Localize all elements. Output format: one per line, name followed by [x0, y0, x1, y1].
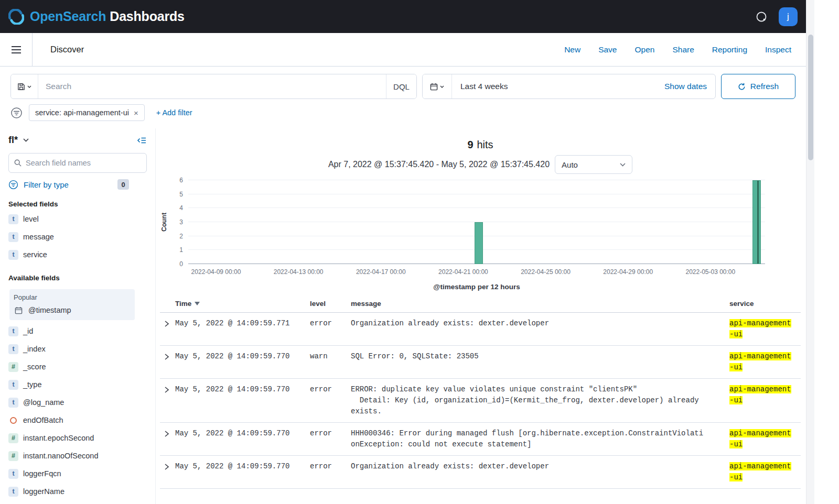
hits-label: hits	[477, 139, 493, 150]
y-tick-label: 2	[179, 233, 183, 240]
cell-level: error	[310, 461, 351, 472]
column-header-service[interactable]: service	[719, 300, 799, 308]
expand-row-icon[interactable]	[160, 428, 174, 437]
cell-level: error	[310, 428, 351, 439]
string-token-icon: t	[8, 380, 18, 390]
field-item-message[interactable]: t message	[8, 228, 147, 246]
cell-service: api-management -ui	[719, 318, 799, 340]
remove-filter-icon[interactable]: ×	[134, 109, 138, 117]
field-item-logger-fqcn[interactable]: t loggerFqcn	[8, 465, 147, 483]
chart-time-range: Apr 7, 2022 @ 15:37:45.420 - May 5, 2022…	[328, 160, 550, 169]
opensearch-dashboards-app: OpenSearchDashboards j Discover New Sa	[0, 0, 806, 504]
quick-select-menu-button[interactable]	[423, 74, 452, 98]
filter-type-count-badge: 0	[117, 179, 129, 190]
save-button[interactable]: Save	[598, 45, 617, 54]
time-range-end-marker	[757, 181, 759, 264]
cell-time: May 5, 2022 @ 14:09:59.771	[174, 318, 310, 329]
cell-level: error	[310, 384, 351, 395]
menu-hamburger-icon[interactable]	[0, 33, 33, 66]
string-token-icon: t	[8, 326, 18, 336]
refresh-button[interactable]: Refresh	[721, 74, 795, 99]
string-token-icon: t	[8, 344, 18, 354]
x-tick-label: 2022-04-21 00:00	[438, 268, 488, 276]
new-button[interactable]: New	[564, 45, 580, 54]
gridline	[188, 180, 765, 180]
user-avatar[interactable]: j	[779, 7, 798, 26]
field-item-index[interactable]: t _index	[8, 340, 147, 358]
expand-row-icon[interactable]	[160, 351, 174, 360]
share-button[interactable]: Share	[672, 45, 694, 54]
field-item-logger-name[interactable]: t loggerName	[8, 483, 147, 500]
table-row: May 5, 2022 @ 14:09:59.771 error Organiz…	[160, 313, 801, 346]
help-icon[interactable]	[755, 10, 768, 24]
filter-by-type-button[interactable]: Filter by type 0	[8, 179, 147, 190]
cell-time: May 5, 2022 @ 14:09:59.770	[174, 428, 310, 439]
field-item-instant-epoch-second[interactable]: # instant.epochSecond	[8, 429, 147, 447]
cell-service: api-management -ui	[719, 461, 799, 483]
search-input[interactable]	[38, 74, 386, 98]
page-scrollbar	[806, 0, 814, 504]
hits-count: 9	[467, 139, 473, 150]
interval-select[interactable]: Auto	[555, 155, 632, 174]
top-header-bar: OpenSearchDashboards j	[0, 0, 806, 33]
field-item-end-of-batch[interactable]: endOfBatch	[8, 411, 147, 429]
opensearch-home-link[interactable]: OpenSearchDashboards	[8, 9, 185, 25]
cell-level: warn	[310, 351, 351, 362]
top-nav-actions: New Save Open Share Reporting Inspect	[564, 45, 806, 54]
gridline	[188, 207, 765, 208]
field-item-type[interactable]: t _type	[8, 376, 147, 393]
expand-row-icon[interactable]	[160, 461, 174, 470]
column-header-time[interactable]: Time	[174, 300, 310, 308]
chevron-down-icon	[23, 138, 29, 142]
column-header-message[interactable]: message	[351, 300, 719, 308]
saved-query-menu-button[interactable]	[11, 74, 38, 98]
x-axis-labels: 2022-04-09 00:002022-04-13 00:002022-04-…	[188, 268, 765, 279]
popular-heading: Popular	[14, 293, 132, 301]
reporting-button[interactable]: Reporting	[712, 45, 747, 54]
expand-row-icon[interactable]	[160, 318, 174, 327]
time-range-quick-label[interactable]: Last 4 weeks	[452, 74, 516, 98]
add-filter-button[interactable]: + Add filter	[156, 108, 192, 117]
field-item-level[interactable]: t level	[8, 210, 147, 228]
field-item-instant-nano-of-second[interactable]: # instant.nanoOfSecond	[8, 447, 147, 465]
inspect-button[interactable]: Inspect	[765, 45, 791, 54]
selected-fields-heading: Selected fields	[8, 200, 147, 208]
filter-pill-service[interactable]: service: api-management-ui ×	[29, 104, 145, 121]
histogram-bar[interactable]	[475, 222, 483, 264]
open-button[interactable]: Open	[635, 45, 655, 54]
field-item-timestamp[interactable]: @timestamp	[14, 301, 132, 319]
field-search-input[interactable]	[26, 159, 141, 167]
browser-viewport: OpenSearchDashboards j Discover New Sa	[0, 0, 839, 504]
string-token-icon: t	[8, 250, 18, 260]
fields-sidebar: fl*	[0, 128, 156, 504]
collapse-sidebar-icon[interactable]	[137, 136, 147, 145]
x-tick-label: 2022-04-25 00:00	[521, 268, 571, 276]
index-pattern-selector[interactable]: fl*	[8, 135, 29, 146]
breadcrumb: Discover	[50, 45, 84, 54]
string-token-icon: t	[8, 232, 18, 242]
sort-descending-icon	[195, 302, 200, 305]
search-control-group: DQL	[10, 74, 417, 99]
field-item-id[interactable]: t _id	[8, 322, 147, 340]
show-dates-button[interactable]: Show dates	[664, 74, 715, 98]
cell-time: May 5, 2022 @ 14:09:59.770	[174, 351, 310, 362]
column-header-level[interactable]: level	[310, 300, 351, 308]
number-token-icon: #	[8, 362, 18, 372]
y-tick-label: 5	[179, 191, 183, 198]
y-axis-labels: Count 0123456	[160, 180, 188, 264]
string-token-icon: t	[8, 398, 18, 408]
histogram-bar[interactable]	[752, 180, 761, 264]
filter-options-icon[interactable]	[10, 107, 23, 119]
field-item-score[interactable]: # _score	[8, 358, 147, 376]
table-row: May 5, 2022 @ 14:09:59.770 error ERROR: …	[160, 379, 801, 423]
field-item-log-name[interactable]: t @log_name	[8, 393, 147, 411]
calendar-icon	[430, 83, 438, 91]
expand-row-icon[interactable]	[160, 384, 174, 393]
scrollbar-thumb[interactable]	[808, 35, 813, 160]
query-language-button[interactable]: DQL	[386, 74, 416, 98]
x-tick-label: 2022-04-13 00:00	[274, 268, 324, 276]
table-row: May 5, 2022 @ 14:09:59.770 warn SQL Erro…	[160, 346, 801, 379]
cell-message: ERROR: duplicate key value violates uniq…	[351, 384, 719, 417]
cell-message: Organization already exists: dexter.deve…	[351, 318, 719, 329]
field-item-service[interactable]: t service	[8, 246, 147, 264]
